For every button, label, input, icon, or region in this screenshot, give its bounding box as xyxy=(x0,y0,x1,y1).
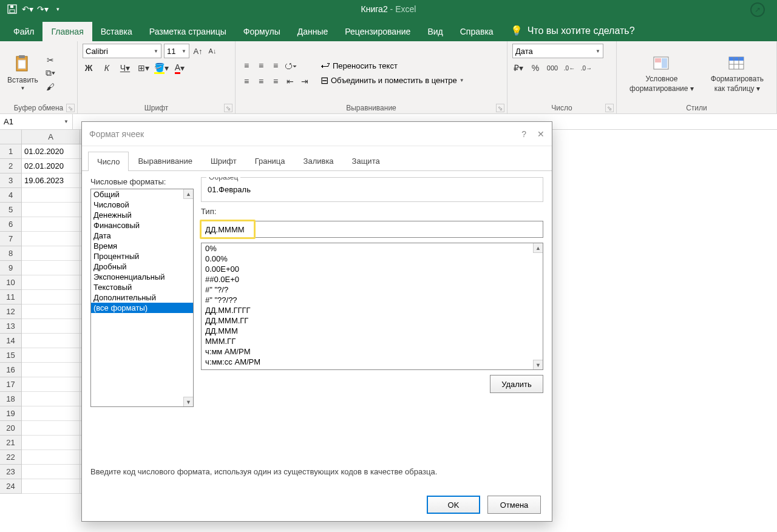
row-header[interactable]: 13 xyxy=(0,319,22,334)
cell[interactable]: 19.06.2023 xyxy=(22,173,80,188)
orientation-icon[interactable]: ⭯▾ xyxy=(284,59,296,72)
type-input[interactable] xyxy=(201,221,543,238)
dialog-tab-protection[interactable]: Защита xyxy=(343,151,389,170)
comma-format-icon[interactable]: 000 xyxy=(546,62,558,74)
cell[interactable] xyxy=(22,232,80,246)
dialog-tab-font[interactable]: Шрифт xyxy=(202,151,246,170)
dialog-tab-border[interactable]: Граница xyxy=(246,151,294,170)
type-list-item[interactable]: МММ.ГГ xyxy=(202,336,543,346)
type-list-item[interactable]: ДД.МММ.ГГ xyxy=(202,315,543,326)
increase-indent-icon[interactable]: ⇥ xyxy=(299,75,311,87)
cut-icon[interactable]: ✂ xyxy=(44,54,56,66)
cell[interactable] xyxy=(22,479,80,494)
type-list-item[interactable]: ч:мм AM/PM xyxy=(202,346,543,357)
cell[interactable] xyxy=(22,377,80,392)
clipboard-launcher[interactable]: ⬂ xyxy=(66,104,75,112)
type-list-item[interactable]: ДД.МММ xyxy=(202,326,543,336)
cell[interactable] xyxy=(22,465,80,479)
cell[interactable] xyxy=(22,450,80,465)
scroll-down-icon[interactable]: ▼ xyxy=(533,360,543,369)
category-item[interactable]: Числовой xyxy=(91,200,193,210)
type-list-item[interactable]: 0.00E+00 xyxy=(202,264,543,274)
cell[interactable] xyxy=(22,275,80,290)
row-header[interactable]: 9 xyxy=(0,261,22,275)
row-header[interactable]: 20 xyxy=(0,421,22,436)
alignment-launcher[interactable]: ⬂ xyxy=(496,104,504,112)
align-center-icon[interactable]: ≡ xyxy=(255,75,267,87)
decrease-font-icon[interactable]: A↓ xyxy=(206,45,219,57)
dialog-tab-alignment[interactable]: Выравнивание xyxy=(129,151,201,170)
category-item[interactable]: Экспоненциальный xyxy=(91,272,193,282)
row-header[interactable]: 10 xyxy=(0,275,22,290)
number-launcher[interactable]: ⬂ xyxy=(605,104,614,112)
cell[interactable] xyxy=(22,392,80,406)
cell[interactable] xyxy=(22,421,80,436)
tab-review[interactable]: Рецензирование xyxy=(336,22,419,41)
copy-icon[interactable]: ⧉▾ xyxy=(44,67,56,79)
font-size-select[interactable]: 11▼ xyxy=(164,44,189,58)
cell[interactable] xyxy=(22,261,80,275)
category-item[interactable]: Время xyxy=(91,241,193,251)
row-header[interactable]: 23 xyxy=(0,465,22,479)
row-header[interactable]: 5 xyxy=(0,203,22,217)
category-item[interactable]: Общий xyxy=(91,189,193,200)
row-header[interactable]: 8 xyxy=(0,246,22,261)
conditional-formatting-button[interactable]: Условное форматирование ▾ xyxy=(627,53,696,94)
cell[interactable] xyxy=(22,246,80,261)
cell[interactable] xyxy=(22,436,80,450)
row-header[interactable]: 19 xyxy=(0,406,22,421)
accounting-format-icon[interactable]: ₽▾ xyxy=(512,62,524,74)
font-launcher[interactable]: ⬂ xyxy=(224,104,232,112)
align-left-icon[interactable]: ≡ xyxy=(240,75,253,87)
type-list-item[interactable]: #" "?/? xyxy=(202,285,543,295)
category-item[interactable]: Дробный xyxy=(91,261,193,272)
type-list-item[interactable]: #" "??/?? xyxy=(202,295,543,305)
row-header[interactable]: 6 xyxy=(0,217,22,232)
cell[interactable] xyxy=(22,334,80,348)
category-list[interactable]: ▲ ▼ ОбщийЧисловойДенежныйФинансовыйДатаВ… xyxy=(90,189,194,407)
column-header[interactable]: A xyxy=(22,130,80,144)
cell[interactable] xyxy=(22,406,80,421)
align-bottom-icon[interactable]: ≡ xyxy=(270,59,282,72)
ok-button[interactable]: OK xyxy=(427,496,480,514)
tab-help[interactable]: Справка xyxy=(452,22,502,41)
row-header[interactable]: 15 xyxy=(0,348,22,363)
tab-insert[interactable]: Вставка xyxy=(92,22,141,41)
underline-button[interactable]: Ч▾ xyxy=(119,62,131,74)
tab-home[interactable]: Главная xyxy=(42,22,92,41)
cell[interactable]: 01.02.2020 xyxy=(22,144,80,159)
category-item[interactable]: Процентный xyxy=(91,251,193,261)
category-item[interactable]: Денежный xyxy=(91,210,193,220)
paste-button[interactable]: Вставить ▼ xyxy=(5,54,41,92)
row-header[interactable]: 2 xyxy=(0,159,22,173)
decrease-decimal-icon[interactable]: .0→ xyxy=(580,62,592,74)
row-header[interactable]: 17 xyxy=(0,377,22,392)
row-header[interactable]: 24 xyxy=(0,479,22,494)
type-list-item[interactable]: ДД.ММ.ГГГГ xyxy=(202,305,543,315)
font-family-select[interactable]: Calibri▼ xyxy=(83,44,161,58)
cell[interactable] xyxy=(22,203,80,217)
row-header[interactable]: 21 xyxy=(0,436,22,450)
tab-view[interactable]: Вид xyxy=(419,22,451,41)
font-color-icon[interactable]: А▾ xyxy=(174,62,186,74)
italic-button[interactable]: К xyxy=(101,62,113,74)
align-right-icon[interactable]: ≡ xyxy=(270,75,282,87)
redo-icon[interactable]: ↷▾ xyxy=(36,3,49,15)
wrap-text-button[interactable]: ⮐ Переносить текст xyxy=(321,60,464,71)
tab-formulas[interactable]: Формулы xyxy=(235,22,289,41)
scroll-down-icon[interactable]: ▼ xyxy=(183,397,193,406)
cell[interactable] xyxy=(22,290,80,305)
tab-data[interactable]: Данные xyxy=(289,22,337,41)
help-icon[interactable]: ? xyxy=(521,129,526,139)
type-list-item[interactable]: 0% xyxy=(202,243,543,254)
fill-color-icon[interactable]: 🪣▾ xyxy=(155,62,168,74)
row-header[interactable]: 11 xyxy=(0,290,22,305)
cell[interactable] xyxy=(22,363,80,377)
decrease-indent-icon[interactable]: ⇤ xyxy=(284,75,296,87)
category-item[interactable]: (все форматы) xyxy=(91,303,193,313)
delete-button[interactable]: Удалить xyxy=(490,375,543,393)
close-icon[interactable]: ✕ xyxy=(537,129,545,139)
bold-button[interactable]: Ж xyxy=(83,62,95,74)
cell[interactable] xyxy=(22,348,80,363)
align-middle-icon[interactable]: ≡ xyxy=(255,59,267,72)
